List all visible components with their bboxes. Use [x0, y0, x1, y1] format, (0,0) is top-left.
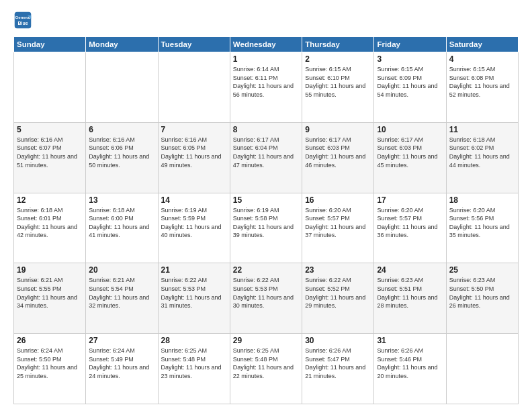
cell-text: Sunrise: 6:17 AMSunset: 6:04 PMDaylight:…	[233, 136, 299, 169]
day-number: 20	[89, 265, 154, 275]
day-number: 6	[89, 125, 154, 134]
cell-text: Sunrise: 6:22 AMSunset: 5:52 PMDaylight:…	[305, 276, 371, 310]
cell-text: Sunrise: 6:24 AMSunset: 5:50 PMDaylight:…	[17, 347, 83, 380]
week-row-2: 12Sunrise: 6:18 AMSunset: 6:01 PMDayligh…	[14, 193, 519, 263]
calendar-cell: 22Sunrise: 6:22 AMSunset: 5:53 PMDayligh…	[230, 263, 302, 334]
calendar-cell: 19Sunrise: 6:21 AMSunset: 5:55 PMDayligh…	[14, 263, 86, 334]
week-row-3: 19Sunrise: 6:21 AMSunset: 5:55 PMDayligh…	[14, 263, 519, 334]
cell-text: Sunrise: 6:18 AMSunset: 6:01 PMDaylight:…	[17, 206, 83, 240]
cell-text: Sunrise: 6:23 AMSunset: 5:51 PMDaylight:…	[377, 276, 443, 310]
calendar-cell: 6Sunrise: 6:16 AMSunset: 6:06 PMDaylight…	[86, 122, 158, 193]
day-number: 18	[449, 195, 515, 205]
cell-text: Sunrise: 6:22 AMSunset: 5:53 PMDaylight:…	[161, 276, 227, 310]
cell-text: Sunrise: 6:25 AMSunset: 5:48 PMDaylight:…	[233, 347, 299, 380]
calendar-cell: 12Sunrise: 6:18 AMSunset: 6:01 PMDayligh…	[14, 193, 86, 263]
weekday-header-monday: Monday	[86, 37, 158, 52]
calendar-cell: 16Sunrise: 6:20 AMSunset: 5:57 PMDayligh…	[302, 193, 374, 263]
calendar-cell: 11Sunrise: 6:18 AMSunset: 6:02 PMDayligh…	[446, 122, 518, 193]
svg-text:Blue: Blue	[17, 21, 28, 26]
calendar-cell: 17Sunrise: 6:20 AMSunset: 5:57 PMDayligh…	[374, 193, 446, 263]
day-number: 30	[305, 336, 371, 345]
cell-text: Sunrise: 6:17 AMSunset: 6:03 PMDaylight:…	[377, 136, 443, 169]
calendar-cell: 4Sunrise: 6:15 AMSunset: 6:08 PMDaylight…	[446, 52, 518, 123]
logo: General Blue	[13, 11, 35, 30]
day-number: 5	[17, 125, 83, 134]
weekday-header-tuesday: Tuesday	[158, 37, 230, 52]
day-number: 13	[89, 195, 154, 205]
day-number: 21	[161, 265, 227, 275]
day-number: 28	[161, 336, 227, 345]
logo-icon: General Blue	[13, 11, 32, 30]
day-number: 24	[377, 265, 443, 275]
day-number: 15	[233, 195, 299, 205]
calendar-cell	[446, 334, 518, 404]
weekday-header-row: SundayMondayTuesdayWednesdayThursdayFrid…	[14, 37, 519, 52]
cell-text: Sunrise: 6:18 AMSunset: 6:02 PMDaylight:…	[449, 136, 515, 169]
day-number: 17	[377, 195, 443, 205]
header: General Blue	[13, 11, 519, 30]
cell-text: Sunrise: 6:22 AMSunset: 5:53 PMDaylight:…	[233, 276, 299, 310]
cell-text: Sunrise: 6:20 AMSunset: 5:57 PMDaylight:…	[377, 206, 443, 240]
calendar-cell: 23Sunrise: 6:22 AMSunset: 5:52 PMDayligh…	[302, 263, 374, 334]
day-number: 2	[305, 54, 371, 64]
day-number: 9	[305, 125, 371, 134]
cell-text: Sunrise: 6:16 AMSunset: 6:05 PMDaylight:…	[161, 136, 227, 169]
day-number: 12	[17, 195, 83, 205]
cell-text: Sunrise: 6:26 AMSunset: 5:46 PMDaylight:…	[377, 347, 443, 380]
weekday-header-saturday: Saturday	[446, 37, 518, 52]
calendar-cell: 15Sunrise: 6:19 AMSunset: 5:58 PMDayligh…	[230, 193, 302, 263]
calendar-cell: 9Sunrise: 6:17 AMSunset: 6:03 PMDaylight…	[302, 122, 374, 193]
day-number: 8	[233, 125, 299, 134]
calendar-cell: 3Sunrise: 6:15 AMSunset: 6:09 PMDaylight…	[374, 52, 446, 123]
calendar-cell: 18Sunrise: 6:20 AMSunset: 5:56 PMDayligh…	[446, 193, 518, 263]
calendar-cell: 25Sunrise: 6:23 AMSunset: 5:50 PMDayligh…	[446, 263, 518, 334]
cell-text: Sunrise: 6:16 AMSunset: 6:07 PMDaylight:…	[17, 136, 83, 169]
day-number: 1	[233, 54, 299, 64]
day-number: 25	[449, 265, 515, 275]
calendar-cell: 24Sunrise: 6:23 AMSunset: 5:51 PMDayligh…	[374, 263, 446, 334]
calendar-cell: 8Sunrise: 6:17 AMSunset: 6:04 PMDaylight…	[230, 122, 302, 193]
calendar-cell: 2Sunrise: 6:15 AMSunset: 6:10 PMDaylight…	[302, 52, 374, 123]
cell-text: Sunrise: 6:16 AMSunset: 6:06 PMDaylight:…	[89, 136, 154, 169]
cell-text: Sunrise: 6:19 AMSunset: 5:58 PMDaylight:…	[233, 206, 299, 240]
calendar-cell: 1Sunrise: 6:14 AMSunset: 6:11 PMDaylight…	[230, 52, 302, 123]
cell-text: Sunrise: 6:15 AMSunset: 6:08 PMDaylight:…	[449, 65, 515, 99]
weekday-header-friday: Friday	[374, 37, 446, 52]
cell-text: Sunrise: 6:15 AMSunset: 6:10 PMDaylight:…	[305, 65, 371, 99]
calendar-cell: 29Sunrise: 6:25 AMSunset: 5:48 PMDayligh…	[230, 334, 302, 404]
day-number: 11	[449, 125, 515, 134]
calendar-cell: 31Sunrise: 6:26 AMSunset: 5:46 PMDayligh…	[374, 334, 446, 404]
day-number: 4	[449, 54, 515, 64]
day-number: 3	[377, 54, 443, 64]
calendar-cell: 14Sunrise: 6:19 AMSunset: 5:59 PMDayligh…	[158, 193, 230, 263]
calendar-cell: 5Sunrise: 6:16 AMSunset: 6:07 PMDaylight…	[14, 122, 86, 193]
day-number: 27	[89, 336, 154, 345]
week-row-0: 1Sunrise: 6:14 AMSunset: 6:11 PMDaylight…	[14, 52, 519, 123]
week-row-4: 26Sunrise: 6:24 AMSunset: 5:50 PMDayligh…	[14, 334, 519, 404]
weekday-header-thursday: Thursday	[302, 37, 374, 52]
week-row-1: 5Sunrise: 6:16 AMSunset: 6:07 PMDaylight…	[14, 122, 519, 193]
cell-text: Sunrise: 6:21 AMSunset: 5:54 PMDaylight:…	[89, 276, 154, 310]
day-number: 23	[305, 265, 371, 275]
cell-text: Sunrise: 6:24 AMSunset: 5:49 PMDaylight:…	[89, 347, 154, 380]
calendar-cell: 10Sunrise: 6:17 AMSunset: 6:03 PMDayligh…	[374, 122, 446, 193]
weekday-header-sunday: Sunday	[14, 37, 86, 52]
calendar-cell: 26Sunrise: 6:24 AMSunset: 5:50 PMDayligh…	[14, 334, 86, 404]
day-number: 26	[17, 336, 83, 345]
calendar-cell	[14, 52, 86, 123]
cell-text: Sunrise: 6:23 AMSunset: 5:50 PMDaylight:…	[449, 276, 515, 310]
calendar-table: SundayMondayTuesdayWednesdayThursdayFrid…	[13, 36, 519, 404]
calendar-cell: 7Sunrise: 6:16 AMSunset: 6:05 PMDaylight…	[158, 122, 230, 193]
weekday-header-wednesday: Wednesday	[230, 37, 302, 52]
cell-text: Sunrise: 6:19 AMSunset: 5:59 PMDaylight:…	[161, 206, 227, 240]
calendar-cell: 21Sunrise: 6:22 AMSunset: 5:53 PMDayligh…	[158, 263, 230, 334]
cell-text: Sunrise: 6:20 AMSunset: 5:57 PMDaylight:…	[305, 206, 371, 240]
day-number: 10	[377, 125, 443, 134]
calendar-cell	[158, 52, 230, 123]
cell-text: Sunrise: 6:17 AMSunset: 6:03 PMDaylight:…	[305, 136, 371, 169]
day-number: 31	[377, 336, 443, 345]
calendar-cell: 28Sunrise: 6:25 AMSunset: 5:48 PMDayligh…	[158, 334, 230, 404]
calendar-cell: 13Sunrise: 6:18 AMSunset: 6:00 PMDayligh…	[86, 193, 158, 263]
day-number: 7	[161, 125, 227, 134]
day-number: 22	[233, 265, 299, 275]
